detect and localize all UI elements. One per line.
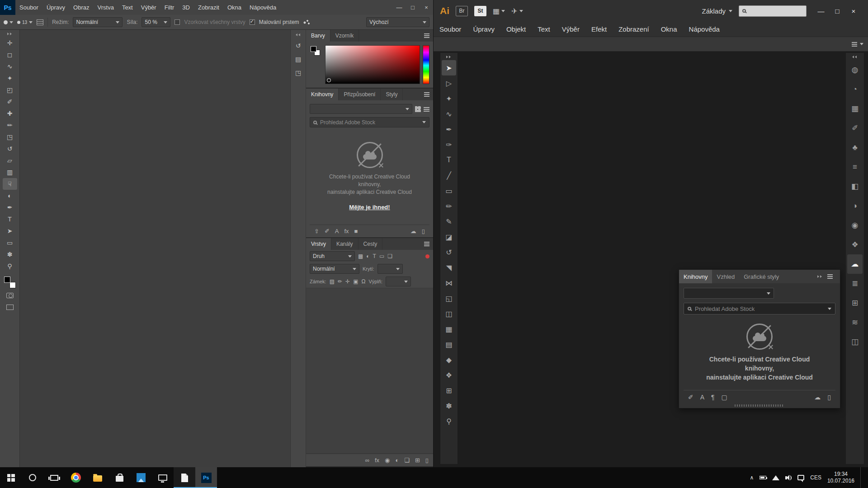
opacity-select[interactable] (377, 264, 403, 274)
lib-footer-icon-add-character-style[interactable]: A (700, 394, 704, 401)
ps-tool-spot-healing[interactable]: ✚ (3, 108, 17, 119)
ai-tool-hand[interactable]: ✽ (442, 398, 456, 413)
lib-footer-icon-add-brush[interactable]: ✐ (325, 228, 330, 235)
ai-menu[interactable]: Soubor (434, 22, 467, 37)
ai-dock-icon-artboards[interactable]: ⊞ (847, 293, 863, 313)
ai-dock-icon-layers[interactable]: ≣ (847, 274, 863, 293)
ai-tool-curvature[interactable]: ✑ (442, 137, 456, 152)
ai-tool-rotate[interactable]: ↺ (442, 244, 456, 260)
background-color-swatch[interactable] (9, 282, 16, 288)
lock-icon-lock-transparency[interactable]: ▨ (330, 278, 335, 285)
ai-dock-icon-pathfinder[interactable]: ◫ (847, 332, 863, 352)
ai-menu[interactable]: Zobrazení (613, 22, 655, 37)
panel-menu-icon[interactable] (852, 44, 857, 45)
stock-search-input[interactable]: Prohledat Adobe Stock (310, 117, 429, 127)
ps-tool-smudge[interactable]: ☟ (3, 178, 17, 190)
library-select[interactable] (684, 288, 774, 299)
ai-dock-icon-color[interactable]: ◍ (847, 60, 863, 80)
ai-tool-paintbrush[interactable]: ✏ (442, 198, 456, 214)
ai-dock-icon-libraries[interactable]: ☁ (847, 254, 863, 274)
tab-vzorn-k[interactable]: Vzorník (330, 30, 359, 42)
ps-window-control-minimize[interactable]: — (392, 0, 406, 15)
ai-tool-gradient[interactable]: ▤ (442, 337, 456, 352)
ps-tool-pen[interactable]: ✒ (3, 202, 17, 213)
ps-menu[interactable]: 3D (178, 0, 194, 15)
lib-footer-icon-add-layer-style[interactable]: fx (344, 228, 349, 235)
ai-tool-scale[interactable]: ◥ (442, 260, 456, 275)
ai-tool-blend[interactable]: ❖ (442, 367, 456, 383)
ps-tool-quick-selection[interactable]: ✦ (3, 72, 17, 84)
ai-dock-icon-brushes[interactable]: ✐ (847, 118, 863, 138)
ps-menu[interactable]: Úpravy (42, 0, 69, 15)
search-button[interactable] (22, 467, 43, 488)
start-button[interactable] (0, 467, 22, 488)
language-indicator[interactable]: CES (810, 474, 821, 481)
lib-footer-icon-creative-cloud[interactable]: ☁ (814, 394, 821, 401)
volume-icon[interactable] (785, 475, 792, 480)
task-view-button[interactable] (43, 467, 65, 488)
lock-icon-lock-position[interactable]: ✛ (345, 278, 350, 285)
ai-dock-icon-transparency[interactable]: ◑ (847, 196, 863, 216)
lib-footer-icon-add-color[interactable]: ▢ (722, 394, 727, 401)
ai-tool-free-transform[interactable]: ◱ (442, 291, 456, 306)
lock-icon-lock-pixels[interactable]: ✏ (338, 278, 342, 285)
filter-toggle-icon[interactable] (425, 254, 429, 258)
lock-icon-lock-all[interactable]: Ω (362, 278, 366, 285)
ps-menu[interactable]: Filtr (160, 0, 179, 15)
lib-footer-icon-creative-cloud[interactable]: ☁ (410, 228, 416, 235)
ai-tool-selection[interactable]: ➤ (442, 60, 456, 75)
library-select[interactable] (310, 104, 412, 114)
panel-collapse-icon[interactable] (817, 275, 823, 278)
panel-menu-icon[interactable] (424, 94, 429, 95)
layers-footer-icon-link-layers[interactable]: ∞ (365, 457, 369, 464)
hue-slider[interactable] (423, 45, 429, 84)
ai-tool-artboard[interactable]: ⊞ (442, 383, 456, 398)
ps-tool-move[interactable]: ✛ (3, 37, 17, 49)
chrome-button[interactable] (65, 467, 87, 488)
layer-filter-icon-filter-shape-layers[interactable]: ▭ (379, 253, 384, 259)
dock-collapse-icon[interactable] (291, 32, 306, 38)
brush-size-picker[interactable]: 13 (17, 20, 33, 25)
ai-tool-pen[interactable]: ✒ (442, 122, 456, 137)
ps-tool-dodge[interactable]: ◐ (3, 190, 17, 202)
layers-footer-icon-new-group[interactable]: ❏ (404, 457, 410, 464)
ai-menu[interactable]: Okna (655, 22, 683, 37)
ps-tool-zoom[interactable]: ⚲ (3, 260, 17, 272)
tab-styly[interactable]: Styly (381, 89, 403, 100)
ai-menu[interactable]: Nápověda (683, 22, 726, 37)
layers-footer-icon-new-layer[interactable]: ⊞ (415, 457, 420, 464)
workspace-select[interactable]: Výchozí (366, 17, 429, 27)
ai-menu[interactable]: Objekt (500, 22, 532, 37)
finger-painting-checkbox[interactable] (250, 19, 255, 25)
ps-tool-clone-stamp[interactable]: ◳ (3, 131, 17, 143)
get-them-now-link[interactable]: Mějte je ihned! (349, 204, 390, 211)
dock-collapse-icon[interactable] (846, 54, 864, 60)
panel-icon-history[interactable]: ↺ (292, 40, 304, 52)
ai-dock-icon-align[interactable]: ≋ (847, 313, 863, 332)
grid-view-icon[interactable] (415, 106, 421, 112)
ai-tool-line[interactable]: ╱ (442, 168, 456, 183)
titlebar-search-input[interactable] (739, 5, 807, 17)
tab-barvy[interactable]: Barvy (306, 30, 330, 42)
tab-p-izp-soben[interactable]: Přizpůsobení (339, 89, 381, 100)
layer-filter-icon-filter-pixel-layers[interactable]: ▩ (358, 253, 363, 259)
ai-tool-type[interactable]: T (442, 152, 456, 168)
lib-footer-icon-add-character-style[interactable]: A (335, 228, 339, 235)
ps-tool-history-brush[interactable]: ↺ (3, 143, 17, 155)
ai-dock-icon-swatches[interactable]: ▦ (847, 99, 863, 118)
strength-select[interactable]: 50 % (142, 17, 170, 27)
layer-filter-icon-filter-adjustment-layers[interactable]: ◐ (366, 253, 369, 259)
ps-tool-marquee[interactable]: ◻ (3, 49, 17, 61)
panel-resize-grip[interactable] (735, 404, 784, 407)
panel-menu-icon[interactable] (424, 244, 429, 244)
panel-icon-clone-source[interactable]: ◳ (292, 67, 304, 79)
layers-footer-icon-layer-effects[interactable]: fx (375, 457, 379, 464)
ai-tool-direct-selection[interactable]: ▷ (442, 75, 456, 91)
layer-filter-icon-filter-type-layers[interactable]: T (373, 253, 376, 259)
tab-knihovny[interactable]: Knihovny (679, 270, 712, 283)
layer-filter-icon-filter-smart-objects[interactable]: ❏ (387, 253, 392, 259)
sample-all-layers-checkbox[interactable] (175, 19, 180, 25)
ai-tool-magic-wand[interactable]: ✦ (442, 91, 456, 106)
ai-window-control-close[interactable]: × (845, 7, 862, 15)
ai-tool-width[interactable]: ⋈ (442, 275, 456, 291)
